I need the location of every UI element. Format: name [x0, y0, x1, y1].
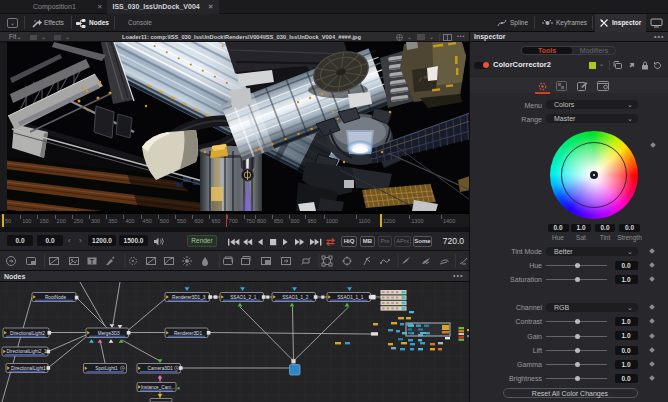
svg-text:Camera3D1: Camera3D1	[148, 366, 174, 371]
svg-text:DirectionalLight1: DirectionalLight1	[11, 366, 46, 371]
svg-text:DirectionalLight2_1: DirectionalLight2_1	[6, 349, 47, 354]
svg-text:SSAO1_1_2: SSAO1_1_2	[282, 295, 308, 300]
svg-text:SSAO1_1_1: SSAO1_1_1	[337, 295, 363, 300]
svg-text:T: T	[90, 258, 95, 265]
svg-text:SpotLight1: SpotLight1	[95, 366, 118, 371]
svg-text:DirectionalLight2: DirectionalLight2	[10, 331, 45, 336]
svg-text:RootNode: RootNode	[45, 295, 67, 300]
svg-text:Renderer3D1_3: Renderer3D1_3	[172, 295, 206, 300]
svg-text:SSAO1_2_1: SSAO1_2_1	[230, 295, 256, 300]
svg-text:Renderer3D1: Renderer3D1	[174, 331, 203, 336]
svg-text:Instance_Cam...: Instance_Cam...	[141, 385, 175, 390]
svg-text:Merge3D3: Merge3D3	[98, 331, 120, 336]
